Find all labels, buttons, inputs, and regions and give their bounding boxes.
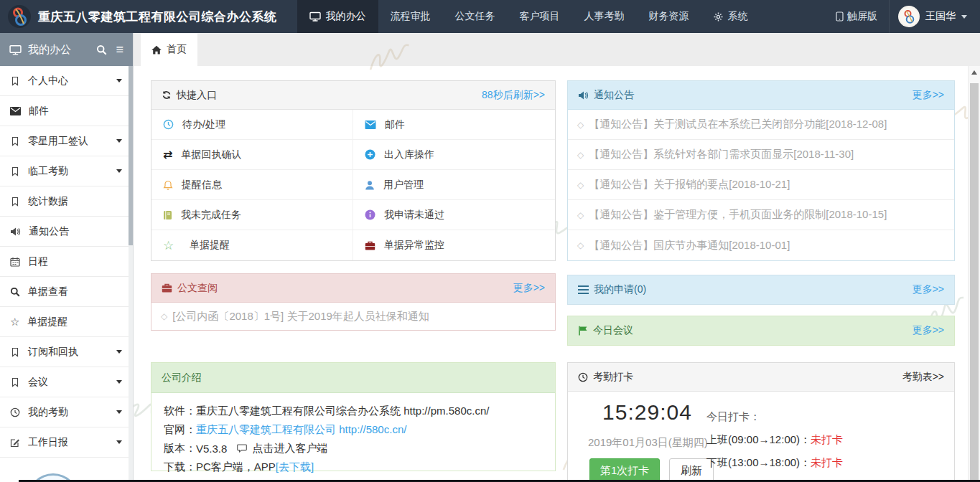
diamond-bullet-icon: ◇ <box>161 312 167 321</box>
sidebar-item-notices[interactable]: 通知公告 <box>0 217 133 247</box>
sidebar-scrollbar-thumb[interactable] <box>129 66 133 245</box>
sidebar-item-label: 个人中心 <box>28 75 68 88</box>
document-text: [公司内函〔2018〕1号] 关于2019年起人员社保和通知 <box>172 310 429 323</box>
download-link[interactable]: [去下载] <box>276 460 314 474</box>
search-icon[interactable] <box>96 44 107 55</box>
quick-entry-user-management[interactable]: 用户管理 <box>353 170 555 200</box>
quick-entry-label: 单据回执确认 <box>181 148 241 161</box>
punch-in-button[interactable]: 第1次打卡 <box>589 458 660 482</box>
scrollbar-thumb[interactable] <box>970 83 979 481</box>
sidebar-item-schedule[interactable]: 日程 <box>0 247 133 277</box>
notice-text: 【通知公告】国庆节办事通知[2018-10-01] <box>589 239 790 252</box>
calendar-icon <box>10 257 20 267</box>
diamond-bullet-icon: ◇ <box>577 151 584 159</box>
sidebar-item-label: 单据提醒 <box>27 316 67 329</box>
chevron-down-icon <box>116 139 122 143</box>
notice-item[interactable]: ◇【通知公告】关于测试员在本系统已关闭部分功能[2018-12-08] <box>568 110 954 140</box>
search-icon <box>10 287 20 297</box>
auto-refresh-countdown[interactable]: 88秒后刷新>> <box>482 89 545 102</box>
nav-finance-resources[interactable]: 财务资源 <box>637 0 701 33</box>
notice-item[interactable]: ◇【通知公告】关于报销的要点[2018-10-21] <box>568 170 954 200</box>
monitor-icon <box>309 11 321 22</box>
sidebar-item-statistics[interactable]: 统计数据 <box>0 186 133 217</box>
sidebar-item-meetings[interactable]: 会议 <box>0 367 133 397</box>
sidebar-item-document-view[interactable]: 单据查看 <box>0 277 133 307</box>
topbar-right: 触屏版 王国华 <box>824 0 980 33</box>
hamburger-menu-icon[interactable]: ≡ <box>116 43 123 56</box>
documents-header: 公文查阅 更多>> <box>151 274 555 303</box>
sidebar: 我的办公 ≡ 个人中心 邮件 零星用工签认 临工考勤 <box>0 33 134 482</box>
sidebar-item-subscriptions[interactable]: 订阅和回执 <box>0 337 133 367</box>
quick-entry-label: 提醒信息 <box>182 179 222 192</box>
notices-more-link[interactable]: 更多>> <box>913 89 944 102</box>
clock-icon <box>578 372 588 382</box>
nav-process-approval[interactable]: 流程审批 <box>378 0 443 33</box>
star-icon: ☆ <box>163 240 174 252</box>
sidebar-item-work-daily[interactable]: 工作日报 <box>0 427 133 458</box>
attendance-sheet-link[interactable]: 考勤表>> <box>902 371 944 384</box>
refresh-icon <box>162 90 172 100</box>
application-window: 重庆五八零建筑工程有限公司综合办公系统 我的办公 流程审批 公文任务 客户项目 … <box>0 0 980 482</box>
notice-text: 【通知公告】系统针对各部门需求页面显示[2018-11-30] <box>589 148 854 161</box>
panel-title: 考勤打卡 <box>593 371 633 384</box>
nav-hr-attendance[interactable]: 人事考勤 <box>572 0 637 33</box>
bell-icon <box>163 180 173 190</box>
meetings-panel: 今日会议 更多>> <box>567 316 955 346</box>
tab-bar: 首页 <box>134 33 980 66</box>
notice-text: 【通知公告】关于测试员在本系统已关闭部分功能[2018-12-08] <box>589 118 887 131</box>
scrollbar <box>968 66 980 482</box>
sidebar-item-my-attendance[interactable]: 我的考勤 <box>0 397 133 427</box>
user-icon <box>365 180 375 190</box>
quick-entry-warehouse-ops[interactable]: 出入库操作 <box>353 140 555 170</box>
panel-title: 快捷入口 <box>177 89 217 102</box>
notice-item[interactable]: ◇【通知公告】国庆节办事通知[2018-10-01] <box>568 230 954 260</box>
quick-entry-label: 单据异常监控 <box>384 239 444 252</box>
applications-more-link[interactable]: 更多>> <box>913 283 944 296</box>
sidebar-item-casual-labor-sign[interactable]: 零星用工签认 <box>0 126 133 156</box>
sidebar-item-temp-attendance[interactable]: 临工考勤 <box>0 156 133 186</box>
panel-title: 通知公告 <box>594 89 634 102</box>
website-link[interactable]: 重庆五八零建筑工程有限公司 http://580c.cn/ <box>196 423 406 437</box>
meetings-more-link[interactable]: 更多>> <box>913 324 944 337</box>
quick-entry-label: 单据提醒 <box>190 239 230 252</box>
quick-entry-anomaly-monitor[interactable]: 单据异常监控 <box>353 230 555 260</box>
tab-home[interactable]: 首页 <box>141 33 197 66</box>
nav-customer-projects[interactable]: 客户项目 <box>508 0 572 33</box>
panel-title: 今日会议 <box>593 324 633 337</box>
quick-entry-reminders[interactable]: 提醒信息 <box>151 170 353 200</box>
quick-entry-label: 我申请未通过 <box>384 209 444 222</box>
chevron-down-icon <box>961 15 967 19</box>
chevron-down-icon <box>116 380 122 384</box>
clock-date: 2019年01月03日(星期四) <box>588 436 706 450</box>
sidebar-item-label: 我的考勤 <box>28 406 68 419</box>
scroll-up-arrow[interactable] <box>971 70 977 75</box>
nav-system[interactable]: 系统 <box>701 0 760 33</box>
quick-entry-todo[interactable]: 待办/处理 <box>151 110 353 140</box>
sidebar-item-document-reminder[interactable]: ☆ 单据提醒 <box>0 307 133 337</box>
touch-version-link[interactable]: 触屏版 <box>824 0 889 33</box>
book-icon <box>163 210 172 220</box>
nav-label: 财务资源 <box>649 10 689 23</box>
quick-entry-mail[interactable]: 邮件 <box>353 110 555 140</box>
nav-document-tasks[interactable]: 公文任务 <box>443 0 508 33</box>
documents-panel: 公文查阅 更多>> ◇[公司内函〔2018〕1号] 关于2019年起人员社保和通… <box>151 273 556 331</box>
speaker-icon <box>10 227 21 237</box>
today-punch-label: 今日打卡： <box>706 410 843 424</box>
user-menu[interactable]: 王国华 <box>890 6 980 27</box>
quick-entry-receipt-confirm[interactable]: ⇄ 单据回执确认 <box>151 140 353 170</box>
document-item[interactable]: ◇[公司内函〔2018〕1号] 关于2019年起人员社保和通知 <box>151 303 555 330</box>
nav-my-office[interactable]: 我的办公 <box>297 0 378 33</box>
notice-item[interactable]: ◇【通知公告】鉴于管理方便，手机页面业务的限制[2018-10-15] <box>568 200 954 230</box>
sidebar-item-personal-center[interactable]: 个人中心 <box>0 66 133 96</box>
sidebar-item-mail[interactable]: 邮件 <box>0 96 133 126</box>
notice-item[interactable]: ◇【通知公告】系统针对各部门需求页面显示[2018-11-30] <box>568 140 954 170</box>
documents-more-link[interactable]: 更多>> <box>513 282 545 295</box>
version-label: 版本： <box>164 442 196 455</box>
client-entry-link[interactable]: 点击进入客户端 <box>252 442 327 455</box>
sidebar-title: 我的办公 <box>28 43 71 57</box>
touch-version-label: 触屏版 <box>847 10 877 23</box>
quick-entry-document-reminder[interactable]: ☆ 单据提醒 <box>151 230 353 260</box>
quick-entry-unfinished-tasks[interactable]: 我未完成任务 <box>151 200 353 230</box>
company-logo[interactable] <box>7 4 32 29</box>
quick-entry-rejected-applications[interactable]: 我申请未通过 <box>353 200 555 230</box>
